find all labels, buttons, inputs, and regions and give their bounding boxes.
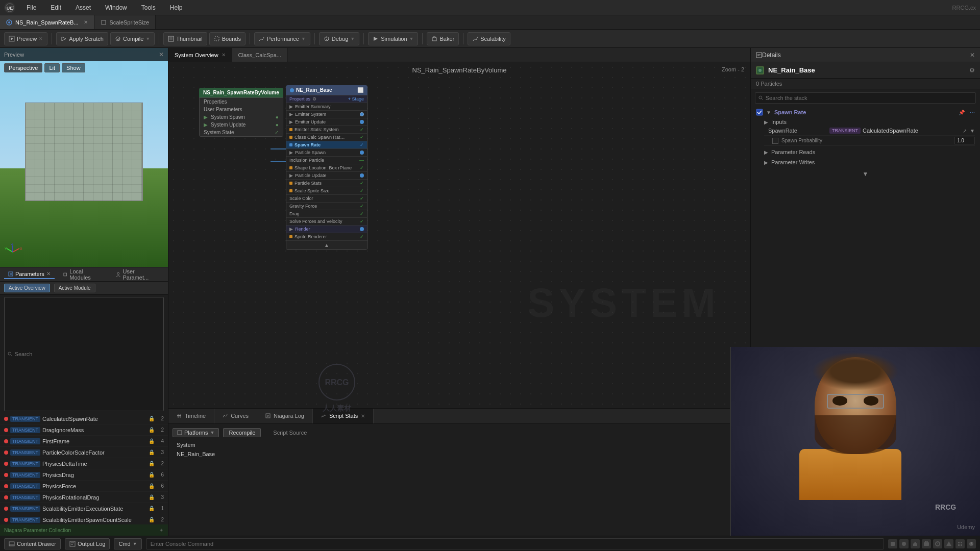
taskbar-icon-4[interactable] — [922, 539, 931, 548]
perspective-button[interactable]: Perspective — [4, 63, 42, 72]
spawn-rate-menu[interactable]: ⋯ — [970, 110, 975, 115]
tab-scale-sprite[interactable]: ScaleSpriteSize — [94, 15, 156, 29]
ne-emitter-update[interactable]: ▶ Emitter Update — [286, 118, 367, 126]
bottom-tab-niagara-log[interactable]: Niagara Log — [257, 409, 313, 423]
ns-item-system-state[interactable]: System State ✓ — [200, 129, 283, 136]
expand-more-arrow[interactable]: ▼ — [863, 170, 869, 178]
ns-item-user-params[interactable]: User Parameters — [200, 106, 283, 113]
preview-close-btn[interactable]: ✕ — [39, 36, 43, 41]
param-item-4[interactable]: TRANSIENT PhysicsDeltaTime 🔒 2 — [0, 458, 168, 469]
ne-properties-section[interactable]: Properties ⚙ + Stage — [286, 95, 367, 103]
ne-drag[interactable]: Drag ✓ — [286, 210, 367, 218]
graph-tab-class-calc[interactable]: Class_CalcSpa... — [232, 48, 288, 62]
param-item-5[interactable]: TRANSIENT PhysicsDrag 🔒 6 — [0, 469, 168, 481]
simulation-button[interactable]: Simulation ▼ — [368, 32, 418, 45]
baker-button[interactable]: Baker — [427, 32, 459, 45]
platforms-button[interactable]: Platforms ▼ — [173, 428, 219, 437]
params-tab-close[interactable]: ✕ — [46, 271, 51, 277]
compile-dropdown[interactable]: ▼ — [145, 36, 150, 41]
ns-item-system-update[interactable]: ▶ System Update ● — [200, 121, 283, 129]
entity-settings[interactable]: ⚙ — [969, 67, 975, 74]
inputs-header[interactable]: ▶ Inputs — [764, 118, 975, 126]
taskbar-icon-3[interactable] — [911, 539, 920, 548]
details-search-box[interactable] — [755, 92, 976, 104]
spawn-rate-checkbox[interactable] — [756, 109, 763, 116]
ne-sprite-renderer[interactable]: Sprite Renderer ✓ — [286, 233, 367, 240]
system-overview-close[interactable]: ✕ — [222, 52, 226, 58]
ne-particle-spawn[interactable]: ▶ Particle Spawn — [286, 149, 367, 157]
lit-button[interactable]: Lit — [44, 63, 60, 72]
bottom-tab-curves[interactable]: Curves — [214, 409, 257, 423]
menu-edit[interactable]: Edit — [47, 3, 64, 12]
taskbar-icon-5[interactable] — [933, 539, 942, 548]
details-search-input[interactable] — [766, 95, 972, 101]
ne-gravity[interactable]: Gravity Force ✓ — [286, 203, 367, 210]
preview-close[interactable]: ✕ — [159, 51, 164, 58]
scalability-button[interactable]: Scalability — [468, 32, 510, 45]
param-reads-header[interactable]: ▶ Parameter Reads — [764, 148, 975, 156]
param-item-1[interactable]: TRANSIENT DragIgnoreMass 🔒 2 — [0, 424, 168, 436]
spawn-probability-checkbox[interactable] — [772, 138, 778, 144]
param-item-9[interactable]: TRANSIENT ScalabilityEmitterSpawnCountSc… — [0, 514, 168, 524]
ns-item-system-spawn[interactable]: ▶ System Spawn ● — [200, 113, 283, 121]
spawn-rate-link[interactable]: ↗ — [963, 128, 967, 134]
param-item-3[interactable]: TRANSIENT ParticleColorScaleFactor 🔒 3 — [0, 447, 168, 458]
output-log-button[interactable]: Output Log — [65, 538, 110, 549]
ne-solve-forces[interactable]: Solve Forces and Velocity ✓ — [286, 218, 367, 226]
spawn-rate-header[interactable]: ▼ Spawn Rate 📌 ⋯ — [756, 107, 975, 118]
recompile-button[interactable]: Recompile — [223, 428, 261, 437]
spawn-rate-dropdown[interactable]: ▼ — [970, 128, 975, 134]
menu-help[interactable]: Help — [167, 3, 186, 12]
ne-expand-btn[interactable]: ⬜ — [357, 87, 363, 93]
graph-tab-system-overview[interactable]: System Overview ✕ — [168, 48, 232, 62]
show-button[interactable]: Show — [62, 63, 85, 72]
filter-active-overview[interactable]: Active Overview — [4, 284, 50, 292]
tab-local-modules[interactable]: Local Modules — [59, 267, 108, 282]
param-item-8[interactable]: TRANSIENT ScalabilityEmitterExecutionSta… — [0, 503, 168, 514]
menu-asset[interactable]: Asset — [72, 3, 94, 12]
ne-render-section[interactable]: ▶ Render — [286, 226, 367, 233]
param-item-0[interactable]: TRANSIENT CalculatedSpawnRate 🔒 2 — [0, 413, 168, 424]
content-drawer-button[interactable]: Content Drawer — [4, 538, 61, 549]
ns-item-properties[interactable]: Properties — [200, 98, 283, 106]
spawn-rate-pin[interactable]: 📌 — [959, 110, 965, 115]
taskbar-icon-1[interactable] — [888, 539, 897, 548]
taskbar-icon-2[interactable] — [899, 539, 909, 548]
tab-ns-rain-close[interactable]: ✕ — [84, 19, 88, 25]
taskbar-icon-7[interactable] — [955, 539, 965, 548]
debug-dropdown[interactable]: ▼ — [350, 36, 355, 41]
menu-window[interactable]: Window — [102, 3, 130, 12]
ne-particle-stats[interactable]: Particle Stats ✓ — [286, 180, 367, 187]
ne-node[interactable]: NE_Rain_Base ⬜ Properties ⚙ + Stage ▶ — [286, 85, 368, 250]
taskbar-icon-8[interactable] — [967, 539, 976, 548]
thumbnail-button[interactable]: Thumbnail — [163, 32, 207, 45]
viewport[interactable]: Perspective Lit Show X Y Z — [0, 48, 168, 267]
param-writes-header[interactable]: ▶ Parameter Writes — [764, 158, 975, 166]
ne-inclusion[interactable]: Inclusion Particle — — [286, 157, 367, 164]
ne-emitter-summary[interactable]: ▶ Emitter Summary — [286, 103, 367, 111]
performance-dropdown[interactable]: ▼ — [301, 36, 306, 41]
apply-scratch-button[interactable]: Apply Scratch — [56, 32, 108, 45]
ne-class-calc[interactable]: Class Calc Spawn Rate from Volume E... ✓ — [286, 134, 367, 141]
performance-button[interactable]: Performance ▼ — [254, 32, 310, 45]
simulation-dropdown[interactable]: ▼ — [409, 36, 414, 41]
ne-particle-update[interactable]: ▶ Particle Update — [286, 172, 367, 180]
params-search-input[interactable] — [15, 351, 160, 357]
param-item-7[interactable]: TRANSIENT PhysicsRotationalDrag 🔒 3 — [0, 492, 168, 503]
ne-shape-location[interactable]: Shape Location: Box rPtane ✓ — [286, 164, 367, 172]
filter-active-module[interactable]: Active Module — [54, 284, 95, 292]
ns-node[interactable]: NS_Rain_SpawnRateByVolume Properties Use… — [199, 88, 283, 137]
params-search-box[interactable] — [4, 297, 164, 411]
ne-spawn-rate[interactable]: Spawn Rate ✓ — [286, 141, 367, 149]
cmd-button[interactable]: Cmd ▼ — [114, 538, 141, 549]
ne-emitter-system[interactable]: ▶ Emitter System — [286, 111, 367, 118]
menu-tools[interactable]: Tools — [138, 3, 159, 12]
ne-scale-color[interactable]: Scale Color ✓ — [286, 195, 367, 203]
ne-scale-sprite[interactable]: Scale Sprite Size ✓ — [286, 187, 367, 195]
param-item-2[interactable]: TRANSIENT FirstFrame 🔒 4 — [0, 436, 168, 447]
tab-parameters[interactable]: Parameters ✕ — [4, 270, 55, 279]
ne-collapse-btn[interactable]: ▲ — [286, 240, 367, 249]
tab-user-params[interactable]: User Paramet... — [112, 267, 164, 282]
param-item-6[interactable]: TRANSIENT PhysicsForce 🔒 6 — [0, 481, 168, 492]
bottom-tab-script-stats[interactable]: Script Stats ✕ — [313, 409, 374, 423]
